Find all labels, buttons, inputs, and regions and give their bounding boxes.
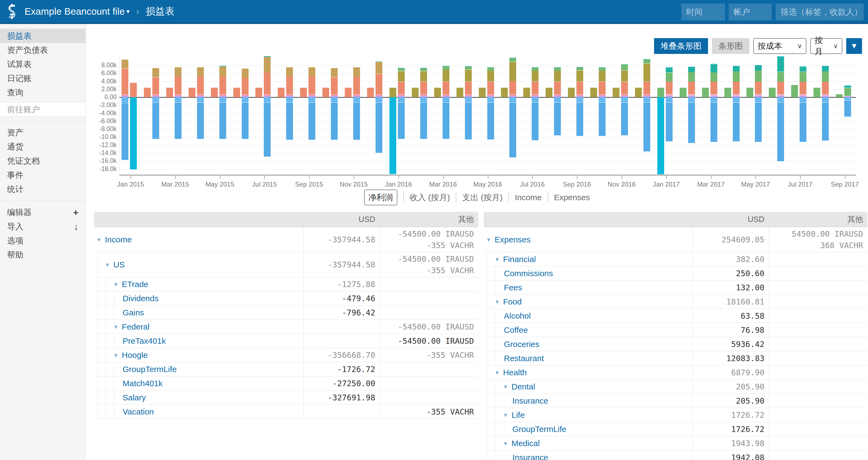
collapse-toggle-icon[interactable]: ▾ (106, 261, 113, 268)
bar-May-2017-a[interactable] (746, 56, 753, 174)
collapse-toggle-icon[interactable]: ▾ (114, 323, 122, 331)
account-link[interactable]: Dividends (123, 294, 159, 303)
bar-Jun-2015-a[interactable] (233, 56, 240, 174)
collapse-toggle-icon[interactable]: ▾ (504, 411, 512, 419)
account-link[interactable]: Federal (122, 322, 150, 331)
bar-May-2015-a[interactable] (211, 56, 218, 174)
account-link[interactable]: Financial (503, 255, 536, 264)
collapse-toggle-icon[interactable]: ▾ (504, 439, 512, 447)
fava-logo-icon[interactable] (4, 4, 20, 19)
time-filter-input[interactable] (681, 4, 725, 21)
bar-Oct-2016-b[interactable] (599, 56, 606, 174)
bar-Aug-2015-b[interactable] (286, 56, 293, 174)
bar-Oct-2015-a[interactable] (322, 56, 329, 174)
bar-Aug-2017-a[interactable] (813, 56, 820, 174)
collapse-toggle-icon[interactable]: ▾ (495, 256, 503, 263)
bar-Jul-2016-a[interactable] (523, 56, 530, 174)
account-link[interactable]: Insurance (513, 453, 548, 460)
bar-Feb-2015-b[interactable] (152, 56, 159, 174)
account-link[interactable]: Life (512, 410, 525, 420)
bar-Mar-2017-b[interactable] (711, 56, 717, 174)
sidebar-item-通货[interactable]: 通货 (0, 140, 86, 154)
bar-Jun-2016-b[interactable] (509, 56, 516, 174)
account-link[interactable]: GroupTermLife (513, 425, 566, 434)
account-link[interactable]: Expenses (495, 235, 531, 244)
bar-Aug-2016-a[interactable] (546, 56, 552, 174)
sidebar-item-前往账户[interactable]: 前往账户 (0, 102, 86, 117)
account-link[interactable]: Match401k (123, 379, 163, 388)
account-link[interactable]: GroupTermLife (123, 365, 177, 374)
conversion-select[interactable]: 按成本 ∨ (753, 38, 806, 54)
table-header-other[interactable]: 其他 (380, 214, 478, 225)
chart-link-Expenses[interactable]: Expenses (554, 193, 590, 202)
bar-Sep-2016-b[interactable] (577, 56, 583, 174)
sidebar-item-帮助[interactable]: 帮助 (0, 248, 86, 262)
collapse-toggle-icon[interactable]: ▾ (114, 351, 122, 359)
bar-Oct-2015-b[interactable] (331, 56, 338, 174)
collapse-toggle-icon[interactable]: ▾ (504, 383, 512, 391)
account-link[interactable]: ETrade (122, 280, 148, 289)
bar-Sep-2017-a[interactable] (836, 56, 843, 174)
account-link[interactable]: Groceries (504, 340, 539, 349)
bar-Oct-2016-a[interactable] (590, 56, 597, 174)
bar-Feb-2017-b[interactable] (688, 56, 695, 174)
bar-Feb-2016-b[interactable] (420, 56, 427, 174)
bar-Dec-2016-a[interactable] (635, 56, 642, 174)
bar-Apr-2016-b[interactable] (465, 56, 472, 174)
collapse-toggle-icon[interactable]: ▾ (495, 298, 503, 305)
bar-May-2016-b[interactable] (487, 56, 494, 174)
account-link[interactable]: Health (503, 368, 527, 377)
bar-Feb-2016-a[interactable] (412, 56, 418, 174)
sidebar-item-查询[interactable]: 查询 (0, 86, 86, 100)
bar-Mar-2016-b[interactable] (442, 56, 450, 174)
interval-select[interactable]: 按月 ∨ (810, 38, 842, 54)
account-link[interactable]: Commissions (504, 269, 553, 278)
account-link[interactable]: Gains (123, 308, 144, 317)
bar-Jun-2017-a[interactable] (769, 56, 776, 174)
bar-Nov-2015-a[interactable] (345, 56, 351, 174)
bar-Jan-2017-b[interactable] (666, 56, 673, 174)
bar-Dec-2016-b[interactable] (644, 56, 650, 174)
toggle-charts-button[interactable]: ▼ (846, 38, 862, 54)
bar-Sep-2017-b[interactable] (844, 56, 851, 174)
sidebar-item-选项[interactable]: 选项 (0, 234, 86, 248)
bar-Aug-2015-a[interactable] (278, 56, 284, 174)
collapse-toggle-icon[interactable]: ▾ (487, 236, 495, 243)
collapse-toggle-icon[interactable]: ▾ (114, 281, 122, 288)
bar-May-2016-a[interactable] (479, 56, 486, 174)
sidebar-item-资产[interactable]: 资产 (0, 126, 86, 140)
table-header-other[interactable]: 其他 (769, 214, 867, 225)
account-link[interactable]: Alcohol (504, 311, 531, 321)
bar-Dec-2015-a[interactable] (367, 56, 374, 174)
account-filter-input[interactable] (729, 4, 772, 21)
chart-link-净利润[interactable]: 净利润 (364, 190, 397, 205)
sidebar-item-事件[interactable]: 事件 (0, 168, 86, 182)
file-title-link[interactable]: Example Beancount file ▾ (25, 6, 130, 17)
sidebar-item-试算表[interactable]: 试算表 (0, 57, 86, 71)
bar-Mar-2016-a[interactable] (434, 56, 441, 174)
sidebar-item-导入[interactable]: 导入↓ (0, 220, 86, 234)
tag-payee-filter-input[interactable] (776, 4, 864, 21)
stacked-barchart-button[interactable]: 堆叠条形图 (654, 38, 708, 54)
bar-Nov-2016-a[interactable] (613, 56, 619, 174)
bar-Feb-2017-a[interactable] (680, 56, 686, 174)
account-link[interactable]: Insurance (513, 396, 548, 405)
bar-Jun-2016-a[interactable] (501, 56, 508, 174)
chart-link-支出 (按月)[interactable]: 支出 (按月) (462, 192, 502, 203)
bar-Apr-2016-a[interactable] (457, 56, 463, 174)
bar-Jul-2016-b[interactable] (532, 56, 538, 174)
collapse-toggle-icon[interactable]: ▾ (495, 369, 503, 376)
import-arrow-icon[interactable]: ↓ (74, 222, 79, 232)
sidebar-item-日记账[interactable]: 日记账 (0, 71, 86, 86)
sidebar-item-统计[interactable]: 统计 (0, 182, 86, 196)
account-link[interactable]: Restaurant (504, 354, 544, 363)
sidebar-item-凭证文档[interactable]: 凭证文档 (0, 154, 86, 168)
bar-Aug-2017-b[interactable] (822, 56, 829, 174)
account-link[interactable]: Food (503, 297, 522, 306)
account-link[interactable]: Coffee (504, 325, 528, 335)
bar-Jun-2015-b[interactable] (242, 56, 249, 174)
sidebar-item-资产负债表[interactable]: 资产负债表 (0, 43, 86, 57)
account-link[interactable]: PreTax401k (123, 336, 166, 346)
bar-Mar-2015-a[interactable] (166, 56, 173, 174)
bar-Jan-2015-b[interactable] (130, 56, 137, 174)
